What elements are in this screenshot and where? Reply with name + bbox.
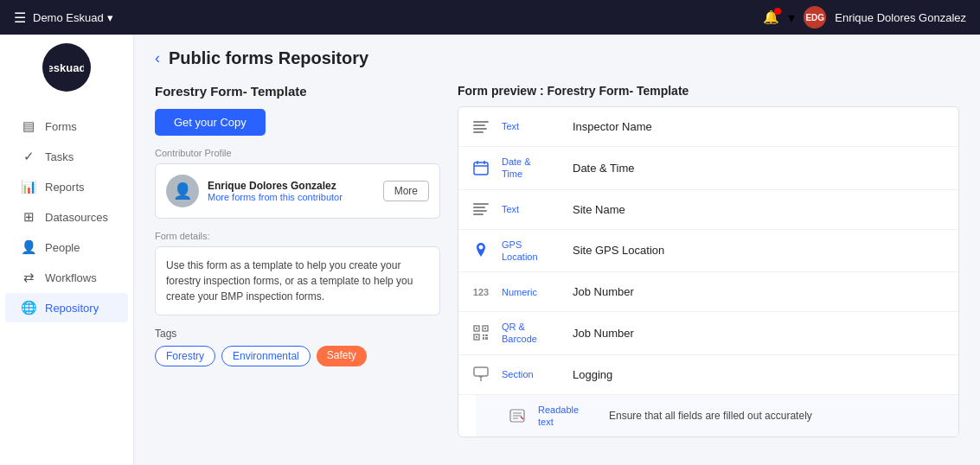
- row-name-sitename: Site Name: [573, 203, 625, 216]
- repository-icon: 🌐: [21, 300, 36, 315]
- row-name-datetime: Date & Time: [573, 162, 635, 175]
- qr-barcode-icon: [471, 322, 491, 343]
- contributor-info: Enrique Dolores Gonzalez More forms from…: [208, 180, 343, 202]
- form-template-title: Forestry Form- Template: [155, 84, 440, 99]
- contributor-name: Enrique Dolores Gonzalez: [208, 180, 343, 192]
- form-row-inspector: Text Inspector Name: [458, 107, 958, 147]
- sidebar-item-forms-label: Forms: [45, 120, 77, 133]
- svg-rect-3: [473, 124, 485, 126]
- svg-rect-4: [473, 128, 487, 130]
- bell-icon[interactable]: 🔔: [763, 10, 779, 25]
- user-name: Enrique Dolores Gonzalez: [835, 11, 966, 24]
- sidebar-item-forms[interactable]: ▤ Forms: [5, 111, 128, 141]
- sidebar-item-repository[interactable]: 🌐 Repository: [5, 293, 128, 322]
- workflows-icon: ⇄: [21, 270, 36, 285]
- avatar: EDG: [804, 6, 826, 29]
- svg-rect-15: [476, 328, 477, 329]
- svg-rect-19: [476, 336, 477, 338]
- form-details-box: Use this form as a template to help you …: [155, 246, 440, 315]
- two-col-layout: Forestry Form- Template Get your Copy Co…: [155, 84, 959, 437]
- row-type-datetime: Date &Time: [502, 156, 562, 181]
- org-name[interactable]: Demo Eskuad ▾: [33, 11, 113, 24]
- chevron-down-icon: ▾: [107, 11, 113, 24]
- svg-rect-21: [485, 334, 488, 336]
- form-row-section: Section Logging: [458, 355, 958, 395]
- topbar-left: ☰ Demo Eskuad ▾: [14, 10, 113, 26]
- page-title: Public forms Repository: [169, 48, 368, 68]
- row-name-jobnumber: Job Number: [573, 285, 634, 298]
- form-row-datetime: Date &Time Date & Time: [458, 147, 958, 190]
- forms-icon: ▤: [21, 118, 36, 134]
- contributor-more-forms-link[interactable]: More forms from this contributor: [208, 192, 343, 202]
- more-button[interactable]: More: [383, 181, 429, 201]
- reports-icon: 📊: [21, 179, 36, 194]
- row-type-section: Section: [502, 368, 562, 380]
- svg-marker-25: [478, 376, 484, 379]
- svg-rect-6: [474, 162, 488, 175]
- svg-text:eskuad: eskuad: [49, 61, 84, 74]
- svg-line-31: [521, 417, 523, 419]
- tag-environmental[interactable]: Environmental: [221, 346, 311, 366]
- row-type-text-1: Text: [502, 120, 562, 132]
- contributor-card: 👤 Enrique Dolores Gonzalez More forms fr…: [155, 163, 440, 219]
- logo-circle: eskuad: [42, 43, 91, 92]
- sidebar-item-datasources[interactable]: ⊞ Datasources: [5, 202, 128, 232]
- form-preview: Text Inspector Name Date &Time Date & Ti…: [458, 106, 959, 437]
- topbar-right: 🔔 ▾ EDG Enrique Dolores Gonzalez: [763, 6, 966, 29]
- sidebar-item-repository-label: Repository: [45, 302, 99, 315]
- svg-rect-12: [473, 210, 487, 212]
- calendar-icon: [471, 157, 491, 178]
- svg-rect-20: [483, 334, 484, 336]
- text-icon-2: [471, 199, 491, 220]
- row-name-inspector: Inspector Name: [573, 120, 652, 133]
- main-layout: eskuad ▤ Forms ✓ Tasks 📊 Reports ⊞ Datas…: [0, 35, 980, 465]
- tags-row: Forestry Environmental Safety: [155, 346, 440, 366]
- sidebar: eskuad ▤ Forms ✓ Tasks 📊 Reports ⊞ Datas…: [0, 35, 134, 465]
- sidebar-nav: ▤ Forms ✓ Tasks 📊 Reports ⊞ Datasources …: [0, 111, 133, 323]
- sidebar-item-reports[interactable]: 📊 Reports: [5, 172, 128, 201]
- form-row-sitename: Text Site Name: [458, 190, 958, 230]
- preview-title: Form preview : Forestry Form- Template: [458, 84, 959, 98]
- numeric-icon: 123: [471, 282, 491, 303]
- page-header: ‹ Public forms Repository: [155, 48, 959, 68]
- tasks-icon: ✓: [21, 149, 36, 164]
- contributor-avatar: 👤: [166, 175, 199, 207]
- svg-rect-2: [473, 121, 489, 123]
- svg-rect-17: [484, 328, 486, 329]
- tag-safety[interactable]: Safety: [317, 346, 367, 366]
- back-button[interactable]: ‹: [155, 49, 160, 67]
- sidebar-item-workflows-label: Workflows: [45, 271, 97, 284]
- readable-icon: [507, 405, 528, 426]
- svg-rect-11: [473, 207, 485, 208]
- sidebar-item-people-label: People: [45, 241, 80, 254]
- row-name-barcode: Job Number: [573, 327, 634, 340]
- sidebar-item-tasks-label: Tasks: [45, 150, 74, 163]
- svg-rect-23: [485, 337, 488, 340]
- sidebar-item-tasks[interactable]: ✓ Tasks: [5, 142, 128, 171]
- content: ‹ Public forms Repository Forestry Form-…: [134, 35, 980, 465]
- sidebar-item-workflows[interactable]: ⇄ Workflows: [5, 263, 128, 292]
- form-row-readable: Readabletext Ensure that all fields are …: [476, 395, 958, 437]
- left-panel: Forestry Form- Template Get your Copy Co…: [155, 84, 440, 437]
- contributor-section-label: Contributor Profile: [155, 148, 440, 158]
- section-icon: [471, 364, 491, 385]
- row-type-text-2: Text: [502, 203, 562, 215]
- get-copy-button[interactable]: Get your Copy: [155, 109, 266, 136]
- row-type-readable: Readabletext: [538, 404, 599, 429]
- notification-dot: [774, 8, 781, 15]
- topbar: ☰ Demo Eskuad ▾ 🔔 ▾ EDG Enrique Dolores …: [0, 0, 980, 35]
- sidebar-item-people[interactable]: 👤 People: [5, 232, 128, 262]
- svg-rect-10: [473, 203, 489, 205]
- svg-rect-5: [473, 131, 484, 133]
- svg-rect-13: [473, 213, 484, 215]
- sidebar-item-reports-label: Reports: [45, 181, 85, 194]
- logo: eskuad: [23, 43, 110, 95]
- tags-label: Tags: [155, 328, 440, 340]
- menu-icon[interactable]: ☰: [14, 10, 26, 26]
- row-name-readable: Ensure that all fields are filled out ac…: [609, 410, 812, 422]
- row-name-gps: Site GPS Location: [573, 244, 664, 257]
- chevron-icon: ▾: [788, 10, 795, 26]
- people-icon: 👤: [21, 239, 36, 255]
- sidebar-item-datasources-label: Datasources: [45, 211, 108, 224]
- tag-forestry[interactable]: Forestry: [155, 346, 215, 366]
